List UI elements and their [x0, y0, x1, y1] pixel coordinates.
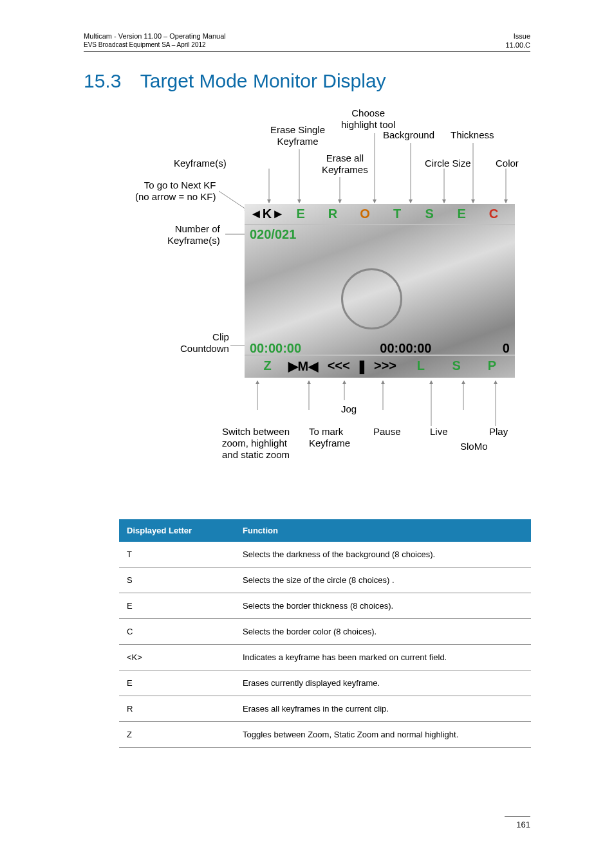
target-mode-diagram: Choosehighlight tool Erase SingleKeyfram… [129, 107, 525, 500]
table-row: EErases currently displayed keyframe. [119, 670, 531, 696]
label-goto-next-kf: To go to Next KF(no arrow = no KF) [135, 180, 216, 203]
osd-rew: <<< [321, 358, 357, 374]
table-row: ESelects the border thickness (8 choices… [119, 593, 531, 618]
label-keyframes: Keyframe(s) [174, 158, 227, 169]
osd-bottom-row: Z ▶M◀ <<< ❚ >>> L S P [245, 355, 515, 376]
cell-letter: Z [119, 721, 235, 747]
issue-label: Issue [505, 32, 530, 41]
table-body: TSelects the darkness of the background … [119, 542, 531, 748]
label-erase-single-kf: Erase SingleKeyframe [270, 124, 325, 147]
osd-top-row: ◄K► E R O T S E C [245, 204, 515, 225]
label-clip-countdown: ClipCountdown [180, 331, 229, 355]
osd-p: P [474, 358, 510, 374]
function-table-wrap: Displayed Letter Function TSelects the d… [119, 519, 531, 748]
label-slomo: SloMo [460, 441, 488, 452]
osd-t: T [381, 207, 413, 221]
svg-line-8 [219, 191, 248, 210]
table-row: ZToggles between Zoom, Static Zoom and n… [119, 721, 531, 747]
cell-function: Indicates a keyframe has been marked on … [235, 644, 531, 670]
table-row: SSelects the size of the circle (8 choic… [119, 567, 531, 593]
cell-letter: C [119, 618, 235, 644]
label-circle-size: Circle Size [425, 158, 471, 169]
cell-function: Selects the border thickness (8 choices)… [235, 593, 531, 618]
label-pause: Pause [373, 426, 401, 438]
page-number: 161 [505, 817, 530, 829]
label-live: Live [430, 426, 448, 438]
osd-circle [341, 268, 402, 329]
manual-title: Multicam - Version 11.00 – Operating Man… [84, 32, 226, 41]
cell-letter: R [119, 696, 235, 721]
osd-l: L [403, 358, 438, 374]
osd-s-top: S [413, 207, 445, 221]
label-color: Color [496, 158, 519, 169]
col-letter: Displayed Letter [119, 519, 235, 542]
osd-m: ▶M◀ [285, 358, 321, 374]
table-row: RErases all keyframes in the current cli… [119, 696, 531, 721]
osd-kf-count: 020/021 [250, 227, 296, 242]
cell-function: Erases currently displayed keyframe. [235, 670, 531, 696]
cell-letter: E [119, 593, 235, 618]
col-function: Function [235, 519, 531, 542]
label-play: Play [489, 426, 508, 438]
label-mark-kf: To markKeyframe [309, 426, 350, 449]
label-thickness: Thickness [451, 129, 494, 141]
cell-letter: <K> [119, 644, 235, 670]
cell-function: Selects the size of the circle (8 choice… [235, 567, 531, 593]
cell-function: Erases all keyframes in the current clip… [235, 696, 531, 721]
label-num-keyframes: Number ofKeyframe(s) [167, 223, 220, 246]
label-erase-all-kf: Erase allKeyframes [322, 152, 368, 176]
page-header: Multicam - Version 11.00 – Operating Man… [84, 32, 530, 52]
label-choose-highlight: Choosehighlight tool [341, 107, 395, 131]
section-heading: 15.3 Target Mode Monitor Display [84, 70, 530, 92]
label-background: Background [383, 129, 434, 141]
osd-o: O [349, 207, 381, 221]
osd-panel: ◄K► E R O T S E C 020/021 00:00:00 00:00… [245, 204, 515, 378]
label-switch-zoom: Switch betweenzoom, highlightand static … [222, 426, 290, 461]
osd-zero: 0 [458, 341, 510, 356]
cell-letter: E [119, 670, 235, 696]
cell-function: Selects the border color (8 choices). [235, 618, 531, 644]
osd-e1: E [284, 207, 317, 221]
table-row: <K>Indicates a keyframe has been marked … [119, 644, 531, 670]
table-row: TSelects the darkness of the background … [119, 542, 531, 568]
section-number: 15.3 [84, 70, 135, 92]
osd-fwd: >>> [367, 358, 403, 374]
osd-k-arrows: ◄K► [250, 207, 284, 221]
osd-tc2: 00:00:00 [354, 341, 458, 356]
cell-letter: T [119, 542, 235, 568]
cell-function: Selects the darkness of the background (… [235, 542, 531, 568]
osd-pause: ❚ [357, 358, 367, 374]
osd-s-bot: S [438, 358, 474, 374]
osd-r: R [317, 207, 349, 221]
table-row: CSelects the border color (8 choices). [119, 618, 531, 644]
issue-number: 11.00.C [505, 41, 530, 50]
function-table: Displayed Letter Function TSelects the d… [119, 519, 531, 748]
osd-z: Z [250, 358, 285, 374]
section-title-text: Target Mode Monitor Display [140, 70, 386, 91]
osd-c: C [478, 207, 510, 221]
label-jog: Jog [341, 403, 357, 415]
header-left: Multicam - Version 11.00 – Operating Man… [84, 32, 226, 50]
osd-e2: E [445, 207, 478, 221]
manual-subtitle: EVS Broadcast Equipment SA – April 2012 [84, 41, 226, 50]
cell-function: Toggles between Zoom, Static Zoom and no… [235, 721, 531, 747]
header-right: Issue 11.00.C [505, 32, 530, 50]
table-header: Displayed Letter Function [119, 519, 531, 542]
cell-letter: S [119, 567, 235, 593]
osd-tc1: 00:00:00 [250, 341, 354, 356]
